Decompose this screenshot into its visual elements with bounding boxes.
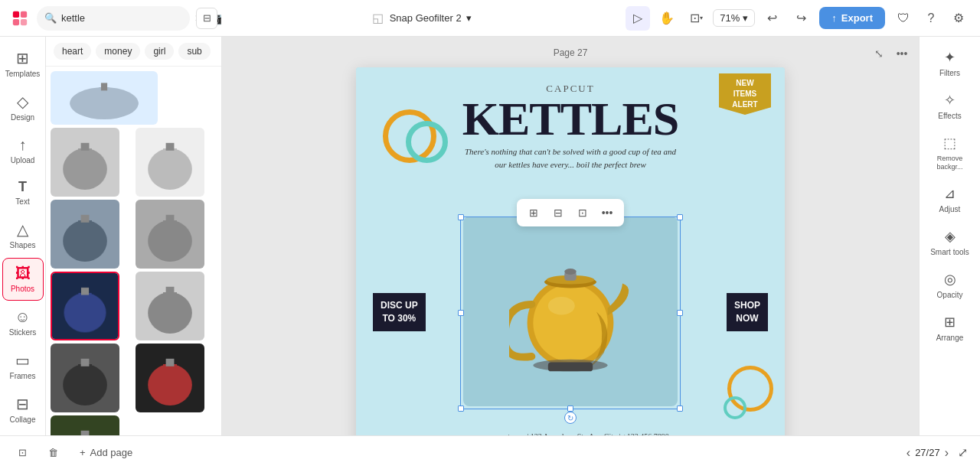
smart-tools-icon: ◈ — [945, 228, 956, 245]
zoom-control[interactable]: 71% ▾ — [713, 9, 755, 27]
photo-cell[interactable] — [136, 128, 204, 197]
shapes-icon: △ — [17, 220, 28, 239]
photo-cell[interactable] — [51, 128, 119, 197]
mini-crop-button[interactable]: ⊞ — [523, 202, 544, 223]
search-icon: 🔍 — [44, 12, 57, 24]
sidebar-item-collage[interactable]: ⊟ Collage — [2, 389, 44, 431]
snap-label[interactable]: Snap Geofilter 2 ▾ — [390, 12, 472, 24]
photo-cell[interactable] — [51, 200, 119, 269]
right-item-adjust[interactable]: ⊿ Adjust — [923, 179, 978, 220]
snap-icon: ◱ — [372, 11, 384, 25]
sidebar-item-stickers[interactable]: ☺ Stickers — [2, 302, 44, 344]
copy-page-button[interactable]: ⊡ — [12, 444, 33, 461]
photo-grid — [46, 67, 221, 435]
fullscreen-button[interactable]: ⤢ — [958, 445, 968, 460]
photo-cell[interactable] — [136, 272, 204, 340]
frames-icon: ▭ — [15, 351, 30, 370]
mini-more-button[interactable]: ••• — [596, 202, 618, 223]
next-page-button[interactable]: › — [945, 446, 949, 460]
photo-cell[interactable] — [51, 344, 119, 412]
tag-girl[interactable]: girl — [145, 43, 174, 60]
mini-mask-button[interactable]: ⊡ — [572, 202, 593, 223]
help-icon[interactable]: ? — [919, 6, 943, 31]
sidebar-item-shapes[interactable]: △ Shapes — [2, 214, 44, 256]
kettle-svg — [509, 245, 632, 379]
canvas-footer: www.capcut.com | 123 Anywhere St., Any C… — [356, 432, 785, 435]
export-button[interactable]: ↑ Export — [819, 7, 885, 29]
hand-tool[interactable]: ✋ — [655, 6, 679, 31]
right-item-effects[interactable]: ✧ Effects — [923, 86, 978, 127]
photo-cell[interactable] — [136, 344, 204, 412]
shop-badge: SHOP NOW — [727, 293, 768, 331]
shield-icon[interactable]: 🛡 — [891, 6, 916, 31]
tag-heart[interactable]: heart — [54, 43, 91, 60]
sidebar-item-text[interactable]: T Text — [2, 173, 44, 213]
canvas-wrapper: NEW ITEMS ALERT CAPCUT KETTLES There's n… — [222, 37, 919, 435]
text-icon: T — [18, 179, 27, 195]
logo-button[interactable] — [9, 8, 31, 29]
photo-cell[interactable] — [136, 200, 204, 269]
bottom-bar: ⊡ 🗑 + Add page ‹ 27/27 › ⤢ — [0, 435, 980, 469]
page-nav: ‹ 27/27 › — [906, 446, 949, 460]
mini-toolbar: ⊞ ⊟ ⊡ ••• — [517, 199, 624, 226]
sidebar-item-photos[interactable]: 🖼 Photos — [2, 258, 44, 301]
delete-page-button[interactable]: 🗑 — [42, 444, 64, 461]
right-item-smart-tools[interactable]: ◈ Smart tools — [923, 222, 978, 263]
tag-bar: heart money girl sub — [46, 37, 221, 67]
svg-rect-12 — [548, 362, 593, 371]
search-bar: 🔍 ✕ 📷 — [37, 6, 190, 31]
settings-icon[interactable]: ⚙ — [946, 6, 971, 31]
add-icon: + — [80, 447, 86, 458]
canvas-area: Page 27 ⤡ ••• NEW ITEMS ALERT CAPCUT KET… — [222, 37, 919, 435]
tag-sub[interactable]: sub — [178, 43, 210, 60]
top-right-icons: 🛡 ? ⚙ — [891, 6, 971, 31]
stickers-icon: ☺ — [15, 308, 30, 326]
chevron-down-icon: ▾ — [743, 12, 748, 24]
search-input[interactable] — [61, 12, 190, 24]
top-bar: 🔍 ✕ 📷 ⊟ ◱ Snap Geofilter 2 ▾ ▷ ✋ ⊡ ▾ 71%… — [0, 0, 980, 37]
add-page-button[interactable]: + Add page — [74, 444, 139, 461]
filter-button[interactable]: ⊟ — [196, 8, 217, 29]
copy-icon: ⊡ — [18, 447, 27, 458]
select-tool[interactable]: ▷ — [626, 6, 650, 31]
svg-point-5 — [533, 284, 607, 361]
canvas-title-area: CAPCUT KETTLES There's nothing that can'… — [356, 75, 785, 171]
page-counter: 27/27 — [915, 447, 940, 458]
redo-button[interactable]: ↪ — [789, 6, 813, 31]
page-label: Page 27 — [554, 47, 588, 58]
deco-circle-teal — [724, 396, 746, 419]
top-tools: ▷ ✋ ⊡ ▾ 71% ▾ ↩ ↪ — [626, 6, 813, 31]
tag-money[interactable]: money — [96, 43, 140, 60]
sidebar-item-design[interactable]: ◇ Design — [2, 86, 44, 129]
upload-icon: ↑ — [19, 136, 27, 154]
svg-rect-2 — [13, 18, 19, 24]
mini-flip-button[interactable]: ⊟ — [547, 202, 569, 223]
svg-rect-3 — [21, 18, 27, 24]
templates-icon: ⊞ — [16, 49, 29, 67]
design-icon: ◇ — [17, 93, 28, 111]
svg-rect-1 — [21, 11, 27, 17]
more-options-button[interactable]: ••• — [893, 44, 911, 63]
svg-point-6 — [548, 297, 575, 314]
photo-cell[interactable] — [51, 71, 158, 125]
photo-cell[interactable] — [51, 272, 119, 340]
photo-frame — [463, 217, 678, 406]
prev-page-button[interactable]: ‹ — [906, 446, 910, 460]
right-item-opacity[interactable]: ◎ Opacity — [923, 265, 978, 306]
right-item-filters[interactable]: ✦ Filters — [923, 43, 978, 84]
right-item-arrange[interactable]: ⊞ Arrange — [923, 308, 978, 349]
sidebar-item-upload[interactable]: ↑ Upload — [2, 130, 44, 171]
photo-cell[interactable] — [51, 415, 119, 435]
undo-button[interactable]: ↩ — [760, 6, 784, 31]
filters-icon: ✦ — [944, 49, 956, 66]
design-canvas[interactable]: NEW ITEMS ALERT CAPCUT KETTLES There's n… — [356, 67, 785, 435]
svg-rect-0 — [13, 11, 19, 17]
sidebar-item-templates[interactable]: ⊞ Templates — [2, 43, 44, 85]
frame-tool[interactable]: ⊡ ▾ — [684, 6, 708, 31]
arrange-icon: ⊞ — [944, 314, 956, 331]
fullscreen-page-button[interactable]: ⤡ — [870, 44, 888, 63]
remove-bg-icon: ⬚ — [943, 135, 956, 151]
sidebar-item-frames[interactable]: ▭ Frames — [2, 345, 44, 387]
opacity-icon: ◎ — [944, 271, 956, 288]
right-item-remove-bg[interactable]: ⬚ Remove backgr... — [923, 129, 978, 178]
